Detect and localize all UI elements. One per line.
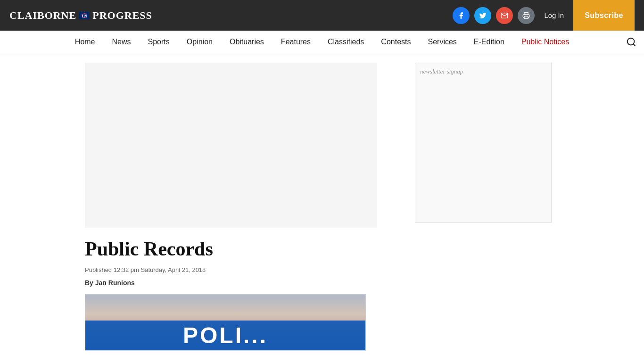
article-image: POLI... — [85, 294, 366, 351]
svg-line-6 — [633, 44, 635, 46]
nav-item-features[interactable]: Features — [272, 31, 319, 53]
nav-item-classifieds[interactable]: Classifieds — [319, 31, 372, 53]
search-icon — [626, 37, 636, 47]
logo-text-part1: CLAIBORNE — [9, 9, 76, 22]
subscribe-button[interactable]: Subscribe — [573, 0, 635, 31]
site-logo: CLAIBORNE TN PROGRESS — [9, 9, 152, 22]
main-content: Public Records Published 12:32 pm Saturd… — [0, 53, 644, 362]
article-area: Public Records Published 12:32 pm Saturd… — [0, 53, 405, 362]
svg-point-5 — [627, 38, 635, 45]
nav-item-home[interactable]: Home — [66, 31, 104, 53]
main-nav: Home News Sports Opinion Obituaries Feat… — [0, 31, 644, 53]
sidebar: newsletter signup — [405, 53, 561, 362]
nav-item-public-notices[interactable]: Public Notices — [513, 31, 578, 53]
print-button[interactable] — [518, 7, 535, 24]
login-button[interactable]: Log In — [539, 11, 569, 19]
logo-text-part2: PROGRESS — [92, 9, 152, 22]
twitter-icon — [479, 12, 487, 19]
article-byline: By Jan Runions — [85, 279, 391, 287]
nav-item-sports[interactable]: Sports — [140, 31, 178, 53]
facebook-icon — [457, 12, 465, 19]
svg-text:TN: TN — [82, 14, 88, 18]
nav-item-news[interactable]: News — [104, 31, 140, 53]
nav-item-obituaries[interactable]: Obituaries — [221, 31, 272, 53]
newsletter-signup-widget: newsletter signup — [415, 63, 552, 223]
nav-item-contests[interactable]: Contests — [372, 31, 419, 53]
article-title: Public Records — [85, 237, 391, 261]
nav-item-services[interactable]: Services — [420, 31, 465, 53]
search-button[interactable] — [626, 37, 636, 47]
top-bar: CLAIBORNE TN PROGRESS — [0, 0, 644, 31]
advertisement-banner — [85, 63, 377, 228]
newsletter-alt-text: newsletter signup — [420, 68, 463, 75]
article-published-date: Published 12:32 pm Saturday, April 21, 2… — [85, 266, 391, 273]
nav-item-opinion[interactable]: Opinion — [178, 31, 221, 53]
print-icon — [522, 12, 530, 19]
email-icon — [501, 12, 508, 19]
nav-item-eedition[interactable]: E-Edition — [465, 31, 513, 53]
top-bar-actions: Log In Subscribe — [453, 0, 635, 31]
svg-rect-4 — [524, 16, 528, 18]
logo-flag-icon: TN — [79, 12, 90, 19]
article-image-overlay-text: POLI... — [85, 321, 365, 350]
facebook-share-button[interactable] — [453, 7, 470, 24]
twitter-share-button[interactable] — [474, 7, 491, 24]
email-share-button[interactable] — [496, 7, 513, 24]
